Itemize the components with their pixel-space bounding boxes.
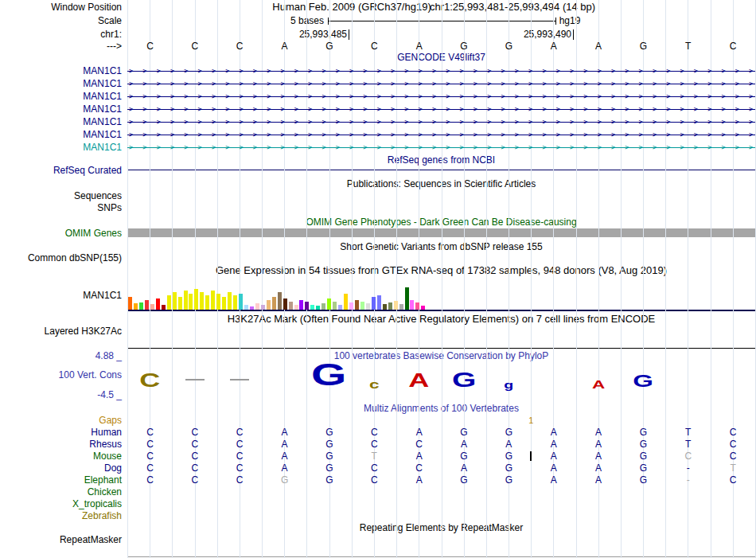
gene-label[interactable]: MAN1C1 (0, 103, 122, 115)
genome-browser-image: Window Position Human Feb. 2009 (GRCh37/… (0, 0, 756, 558)
gtex-bar (239, 294, 243, 310)
gene-row[interactable]: >>>>>>>>>>>>>>>>>>>>>>>>>>>>>>>>>>>>>>>>… (127, 142, 755, 152)
cons-dash (185, 379, 205, 380)
align-base: G (306, 439, 352, 450)
gtex-bar (299, 300, 303, 310)
align-base: C (172, 462, 217, 474)
gtex-bar (372, 297, 376, 310)
gene-label[interactable]: MAN1C1 (0, 78, 122, 89)
align-base: T (352, 451, 397, 462)
ruler-base: G (442, 41, 487, 52)
align-base: A (262, 462, 307, 474)
species-label[interactable]: Dog (0, 462, 122, 474)
align-base: C (352, 439, 397, 450)
align-base: A (396, 451, 442, 462)
gtex-bar (272, 297, 276, 310)
species-label[interactable]: Zebrafish (0, 510, 122, 521)
scale-label: Scale (0, 15, 122, 26)
gene-label[interactable]: MAN1C1 (0, 129, 122, 140)
repeatmasker-label[interactable]: RepeatMasker (0, 534, 122, 545)
gene-row[interactable]: >>>>>>>>>>>>>>>>>>>>>>>>>>>>>>>>>>>>>>>>… (127, 104, 755, 114)
gene-label[interactable]: MAN1C1 (0, 91, 122, 102)
gene-label[interactable]: MAN1C1 (0, 142, 122, 153)
align-base: A (396, 427, 442, 438)
window-position-label: Window Position (0, 2, 122, 13)
cons-dash (230, 379, 249, 380)
ruler-base: A (531, 41, 576, 52)
gtex-bar (310, 305, 314, 310)
species-label[interactable]: Chicken (0, 486, 122, 498)
gtex-bar (194, 289, 198, 310)
align-base: - (665, 462, 711, 474)
align-base: A (262, 439, 307, 450)
align-base: C (217, 439, 263, 450)
gtex-bar (405, 287, 409, 310)
align-base: A (262, 427, 307, 438)
gtex-bar (355, 300, 359, 310)
refseq-curated-label[interactable]: RefSeq Curated (0, 165, 122, 176)
common-dbsnp-label[interactable]: Common dbSNP(155) (0, 252, 122, 263)
align-base: G (621, 462, 666, 474)
coord-left-tick (349, 29, 349, 40)
ruler-base: C (217, 41, 263, 52)
align-base: A (442, 462, 487, 474)
align-base: C (127, 427, 173, 438)
scale-bar (328, 18, 556, 25)
align-base: C (172, 427, 217, 438)
gene-label[interactable]: MAN1C1 (0, 65, 122, 76)
species-label[interactable]: Mouse (0, 451, 122, 462)
gene-row[interactable]: >>>>>>>>>>>>>>>>>>>>>>>>>>>>>>>>>>>>>>>>… (127, 130, 755, 139)
species-label[interactable]: Elephant (0, 474, 122, 486)
chrom-label: chr1: (0, 29, 122, 40)
omim-genes-label[interactable]: OMIM Genes (0, 228, 122, 239)
vert-cons-label[interactable]: 100 Vert. Cons (0, 369, 122, 380)
align-base: G (486, 462, 532, 474)
align-base: G (306, 474, 352, 486)
align-base: G (621, 451, 666, 462)
gtex-gene-label[interactable]: MAN1C1 (0, 290, 122, 301)
gtex-bar (421, 306, 425, 310)
gaps-label[interactable]: Gaps (0, 415, 122, 426)
align-base: T (665, 427, 711, 438)
strand-label: ---> (0, 41, 122, 52)
strand-arrows: >>>>>>>>>>>>>>>>>>>>>>>>>>>>>>>>>>>>>>>>… (127, 66, 755, 76)
gtex-bar (349, 302, 353, 310)
align-base: G (306, 462, 352, 474)
gene-row[interactable]: >>>>>>>>>>>>>>>>>>>>>>>>>>>>>>>>>>>>>>>>… (127, 92, 755, 101)
species-label[interactable]: Human (0, 427, 122, 438)
align-base: C (352, 462, 397, 474)
align-base: A (442, 439, 487, 450)
gene-label[interactable]: MAN1C1 (0, 116, 122, 127)
gene-row[interactable]: >>>>>>>>>>>>>>>>>>>>>>>>>>>>>>>>>>>>>>>>… (127, 79, 755, 88)
scale-value: 5 bases (239, 15, 324, 26)
align-base: C (396, 462, 442, 474)
sequences-label[interactable]: Sequences (0, 190, 122, 201)
layered-h3k27ac-label[interactable]: Layered H3K27Ac (0, 326, 122, 337)
gap-count: 1 (524, 415, 537, 426)
gene-row[interactable]: >>>>>>>>>>>>>>>>>>>>>>>>>>>>>>>>>>>>>>>>… (127, 66, 755, 76)
species-label[interactable]: Rhesus (0, 439, 122, 450)
align-base: C (217, 474, 263, 486)
align-base: C (127, 451, 173, 462)
align-base: A (262, 451, 307, 462)
gtex-bar (156, 299, 160, 310)
strand-arrows: >>>>>>>>>>>>>>>>>>>>>>>>>>>>>>>>>>>>>>>>… (127, 142, 755, 152)
align-base: C (217, 427, 263, 438)
align-base: G (621, 439, 666, 450)
align-base: G (621, 427, 666, 438)
gtex-bar (222, 297, 226, 310)
gtex-bar (167, 295, 171, 310)
align-base: A (576, 462, 622, 474)
align-base: C (127, 439, 173, 450)
strand-arrows: >>>>>>>>>>>>>>>>>>>>>>>>>>>>>>>>>>>>>>>>… (127, 117, 755, 127)
gtex-bar (388, 302, 392, 310)
gene-row[interactable]: >>>>>>>>>>>>>>>>>>>>>>>>>>>>>>>>>>>>>>>>… (127, 117, 755, 127)
align-base: A (576, 439, 622, 450)
gtex-bar (383, 304, 387, 310)
snps-label[interactable]: SNPs (0, 202, 122, 213)
species-label[interactable]: X_tropicalis (0, 498, 122, 509)
align-base: C (665, 451, 711, 462)
align-base: G (486, 427, 532, 438)
gtex-bar (134, 303, 138, 310)
gtex-bar (394, 301, 398, 310)
